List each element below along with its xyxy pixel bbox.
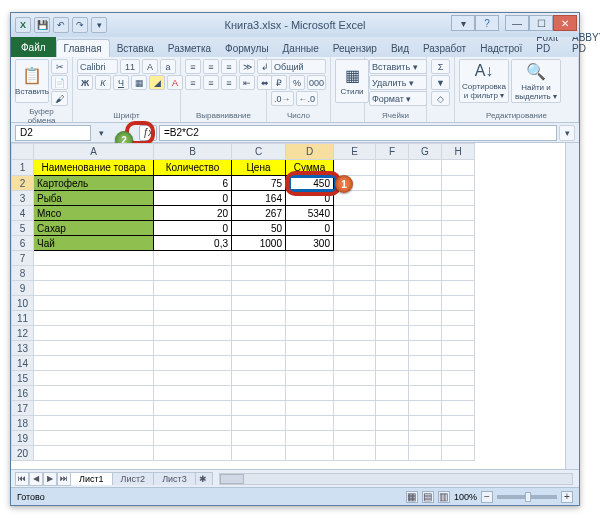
align-left-button[interactable]: ≡ <box>185 75 201 90</box>
cell-G17[interactable] <box>409 401 442 416</box>
cell-E5[interactable] <box>334 221 376 236</box>
cell-A13[interactable] <box>34 341 154 356</box>
col-header-F[interactable]: F <box>376 144 409 160</box>
cell-H8[interactable] <box>442 266 475 281</box>
cell-A6[interactable]: Чай <box>34 236 154 251</box>
cell-E8[interactable] <box>334 266 376 281</box>
increase-decimal-button[interactable]: .0→ <box>271 91 294 106</box>
decrease-decimal-button[interactable]: ←.0 <box>296 91 319 106</box>
tab-data[interactable]: Данные <box>276 40 326 57</box>
fill-button[interactable]: ▼ <box>431 75 450 90</box>
col-header-D[interactable]: D <box>286 144 334 160</box>
cell-D20[interactable] <box>286 446 334 461</box>
view-normal-icon[interactable]: ▦ <box>406 491 418 503</box>
cell-F4[interactable] <box>376 206 409 221</box>
cell-C7[interactable] <box>232 251 286 266</box>
cell-B20[interactable] <box>154 446 232 461</box>
cell-E10[interactable] <box>334 296 376 311</box>
cell-B3[interactable]: 0 <box>154 191 232 206</box>
formula-input[interactable]: =B2*C2 <box>159 125 557 141</box>
col-header-C[interactable]: C <box>232 144 286 160</box>
close-button[interactable]: ✕ <box>553 15 577 31</box>
minimize-button[interactable]: — <box>505 15 529 31</box>
cell-B19[interactable] <box>154 431 232 446</box>
cell-H19[interactable] <box>442 431 475 446</box>
cell-D2[interactable]: 450 <box>286 176 334 191</box>
cell-A17[interactable] <box>34 401 154 416</box>
align-right-button[interactable]: ≡ <box>221 75 237 90</box>
cell-B17[interactable] <box>154 401 232 416</box>
cell-G12[interactable] <box>409 326 442 341</box>
cell-F14[interactable] <box>376 356 409 371</box>
cell-F2[interactable] <box>376 176 409 191</box>
row-header-15[interactable]: 15 <box>12 371 34 386</box>
align-center-button[interactable]: ≡ <box>203 75 219 90</box>
cell-E19[interactable] <box>334 431 376 446</box>
cell-C2[interactable]: 75 <box>232 176 286 191</box>
grid-scroll[interactable]: ABCDEFGH1Наименование товараКоличествоЦе… <box>11 143 579 469</box>
cell-G9[interactable] <box>409 281 442 296</box>
tab-nav-first[interactable]: ⏮ <box>15 472 29 486</box>
cell-E13[interactable] <box>334 341 376 356</box>
cell-F7[interactable] <box>376 251 409 266</box>
autosum-button[interactable]: Σ <box>431 59 450 74</box>
number-format-select[interactable]: Общий <box>271 59 326 74</box>
find-select-button[interactable]: 🔍Найти и выделить ▾ <box>511 59 561 103</box>
cell-D15[interactable] <box>286 371 334 386</box>
zoom-slider[interactable] <box>497 495 557 499</box>
cell-D13[interactable] <box>286 341 334 356</box>
cell-H3[interactable] <box>442 191 475 206</box>
cell-D3[interactable]: 0 <box>286 191 334 206</box>
row-header-7[interactable]: 7 <box>12 251 34 266</box>
cell-F13[interactable] <box>376 341 409 356</box>
row-header-18[interactable]: 18 <box>12 416 34 431</box>
cell-B5[interactable]: 0 <box>154 221 232 236</box>
cell-C4[interactable]: 267 <box>232 206 286 221</box>
cell-E20[interactable] <box>334 446 376 461</box>
cell-G4[interactable] <box>409 206 442 221</box>
col-header-B[interactable]: B <box>154 144 232 160</box>
cell-H20[interactable] <box>442 446 475 461</box>
cell-E1[interactable] <box>334 160 376 176</box>
tab-nav-next[interactable]: ▶ <box>43 472 57 486</box>
cell-B4[interactable]: 20 <box>154 206 232 221</box>
cell-D4[interactable]: 5340 <box>286 206 334 221</box>
cell-F11[interactable] <box>376 311 409 326</box>
cell-H1[interactable] <box>442 160 475 176</box>
cell-G2[interactable] <box>409 176 442 191</box>
col-header-H[interactable]: H <box>442 144 475 160</box>
cell-A16[interactable] <box>34 386 154 401</box>
cell-E4[interactable] <box>334 206 376 221</box>
zoom-thumb[interactable] <box>525 492 531 502</box>
cell-B16[interactable] <box>154 386 232 401</box>
cell-B2[interactable]: 6 <box>154 176 232 191</box>
copy-button[interactable]: 📄 <box>51 75 68 90</box>
cell-G18[interactable] <box>409 416 442 431</box>
cell-C19[interactable] <box>232 431 286 446</box>
row-header-6[interactable]: 6 <box>12 236 34 251</box>
cell-B6[interactable]: 0,3 <box>154 236 232 251</box>
tab-home[interactable]: Главная <box>56 39 110 57</box>
row-header-2[interactable]: 2 <box>12 176 34 191</box>
cell-E9[interactable] <box>334 281 376 296</box>
cell-B8[interactable] <box>154 266 232 281</box>
row-header-1[interactable]: 1 <box>12 160 34 176</box>
cell-G3[interactable] <box>409 191 442 206</box>
cell-F5[interactable] <box>376 221 409 236</box>
row-header-8[interactable]: 8 <box>12 266 34 281</box>
cell-A7[interactable] <box>34 251 154 266</box>
cell-H18[interactable] <box>442 416 475 431</box>
cell-G20[interactable] <box>409 446 442 461</box>
underline-button[interactable]: Ч <box>113 75 129 90</box>
cell-F6[interactable] <box>376 236 409 251</box>
paste-button[interactable]: 📋Вставить <box>15 59 49 103</box>
cell-B9[interactable] <box>154 281 232 296</box>
tab-insert[interactable]: Вставка <box>110 40 161 57</box>
cell-E6[interactable] <box>334 236 376 251</box>
cell-D12[interactable] <box>286 326 334 341</box>
border-button[interactable]: ▦ <box>131 75 147 90</box>
cell-D18[interactable] <box>286 416 334 431</box>
cell-G7[interactable] <box>409 251 442 266</box>
tab-nav-prev[interactable]: ◀ <box>29 472 43 486</box>
cell-B11[interactable] <box>154 311 232 326</box>
